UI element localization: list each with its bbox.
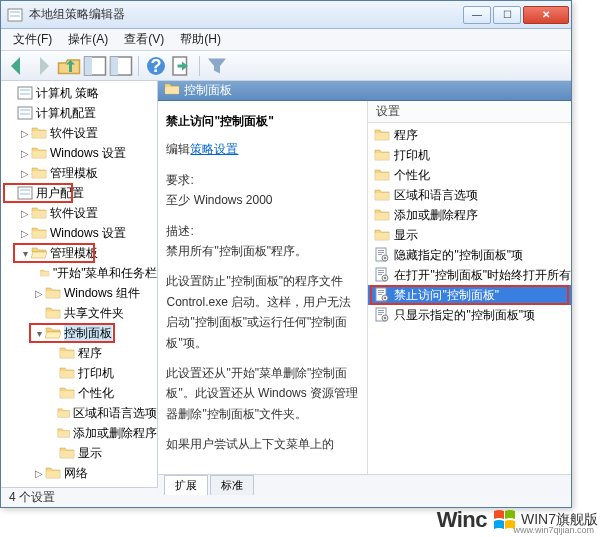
folder-icon — [374, 147, 390, 163]
tree-user-admin[interactable]: ▾管理模板 — [1, 243, 157, 263]
window-title: 本地组策略编辑器 — [29, 6, 461, 23]
tree-comp-windows[interactable]: ▷Windows 设置 — [1, 143, 157, 163]
tree-cp-regional[interactable]: 区域和语言选项 — [1, 403, 157, 423]
description-pane: 禁止访问"控制面板" 编辑策略设置 要求:至少 Windows 2000 描述:… — [158, 101, 368, 474]
titlebar[interactable]: 本地组策略编辑器 — ☐ ✕ — [1, 1, 571, 29]
policy-icon — [374, 267, 390, 283]
tree-cp-personalize[interactable]: 个性化 — [1, 383, 157, 403]
folder-icon — [374, 187, 390, 203]
folder-icon — [374, 227, 390, 243]
tree-start-menu[interactable]: "开始"菜单和任务栏 — [1, 263, 157, 283]
filter-button[interactable] — [205, 54, 229, 78]
tab-extended[interactable]: 扩展 — [164, 475, 208, 495]
policy-icon — [374, 287, 390, 303]
tree-cp-addremove[interactable]: 添加或删除程序 — [1, 423, 157, 443]
export-button[interactable] — [170, 54, 194, 78]
policy-icon — [374, 307, 390, 323]
tree-comp-admin[interactable]: ▷管理模板 — [1, 163, 157, 183]
folder-icon — [374, 167, 390, 183]
help-button[interactable] — [144, 54, 168, 78]
settings-item[interactable]: 在打开"控制面板"时始终打开所有 — [368, 265, 571, 285]
tree-user-windows[interactable]: ▷Windows 设置 — [1, 223, 157, 243]
panes-button[interactable] — [109, 54, 133, 78]
menubar: 文件(F) 操作(A) 查看(V) 帮助(H) — [1, 29, 571, 51]
tree-computer-config[interactable]: 计算机配置 — [1, 103, 157, 123]
back-button[interactable] — [5, 54, 29, 78]
folder-icon — [374, 207, 390, 223]
policy-icon — [374, 247, 390, 263]
windows-flag-icon — [493, 509, 515, 531]
toolbar-separator — [199, 56, 200, 76]
tree-cp-programs[interactable]: 程序 — [1, 343, 157, 363]
tree-root[interactable]: 计算机 策略 — [1, 83, 157, 103]
tree-control-panel[interactable]: ▾控制面板 — [1, 323, 157, 343]
folder-icon — [164, 81, 180, 100]
settings-item[interactable]: 禁止访问"控制面板" — [368, 285, 571, 305]
app-icon — [7, 7, 23, 23]
forward-button[interactable] — [31, 54, 55, 78]
settings-column-header[interactable]: 设置 — [368, 101, 571, 123]
menu-help[interactable]: 帮助(H) — [172, 29, 229, 50]
content-header-title: 控制面板 — [184, 82, 232, 99]
watermark: Winc WIN7旗舰版 www.win7qijian.com — [437, 507, 598, 533]
close-button[interactable]: ✕ — [523, 6, 569, 24]
tree-comp-software[interactable]: ▷软件设置 — [1, 123, 157, 143]
show-hide-tree-button[interactable] — [83, 54, 107, 78]
policy-title: 禁止访问"控制面板" — [166, 111, 359, 131]
gpedit-window: 本地组策略编辑器 — ☐ ✕ 文件(F) 操作(A) 查看(V) 帮助(H) 计… — [0, 0, 572, 508]
settings-item[interactable]: 打印机 — [368, 145, 571, 165]
nav-tree[interactable]: 计算机 策略 计算机配置 ▷软件设置 ▷Windows 设置 ▷管理模板 用户配… — [1, 81, 158, 487]
toolbar-separator — [138, 56, 139, 76]
minimize-button[interactable]: — — [463, 6, 491, 24]
settings-item[interactable]: 显示 — [368, 225, 571, 245]
toolbar — [1, 51, 571, 81]
tree-win-components[interactable]: ▷Windows 组件 — [1, 283, 157, 303]
settings-item[interactable]: 区域和语言选项 — [368, 185, 571, 205]
tree-user-config[interactable]: 用户配置 — [1, 183, 157, 203]
settings-item[interactable]: 个性化 — [368, 165, 571, 185]
settings-item[interactable]: 隐藏指定的"控制面板"项 — [368, 245, 571, 265]
content-header: 控制面板 — [158, 81, 571, 101]
tab-standard[interactable]: 标准 — [210, 475, 254, 495]
settings-list[interactable]: 程序打印机个性化区域和语言选项添加或删除程序显示隐藏指定的"控制面板"项在打开"… — [368, 123, 571, 474]
menu-view[interactable]: 查看(V) — [116, 29, 172, 50]
tree-shared-folders[interactable]: 共享文件夹 — [1, 303, 157, 323]
view-tabs: 扩展 标准 — [158, 474, 571, 495]
tree-user-software[interactable]: ▷软件设置 — [1, 203, 157, 223]
edit-policy-link[interactable]: 策略设置 — [190, 142, 238, 156]
settings-item[interactable]: 程序 — [368, 125, 571, 145]
menu-action[interactable]: 操作(A) — [60, 29, 116, 50]
tree-cp-printers[interactable]: 打印机 — [1, 363, 157, 383]
tree-cp-display[interactable]: 显示 — [1, 443, 157, 463]
menu-file[interactable]: 文件(F) — [5, 29, 60, 50]
folder-icon — [374, 127, 390, 143]
maximize-button[interactable]: ☐ — [493, 6, 521, 24]
settings-item[interactable]: 添加或删除程序 — [368, 205, 571, 225]
tree-network[interactable]: ▷网络 — [1, 463, 157, 483]
up-button[interactable] — [57, 54, 81, 78]
settings-item[interactable]: 只显示指定的"控制面板"项 — [368, 305, 571, 325]
